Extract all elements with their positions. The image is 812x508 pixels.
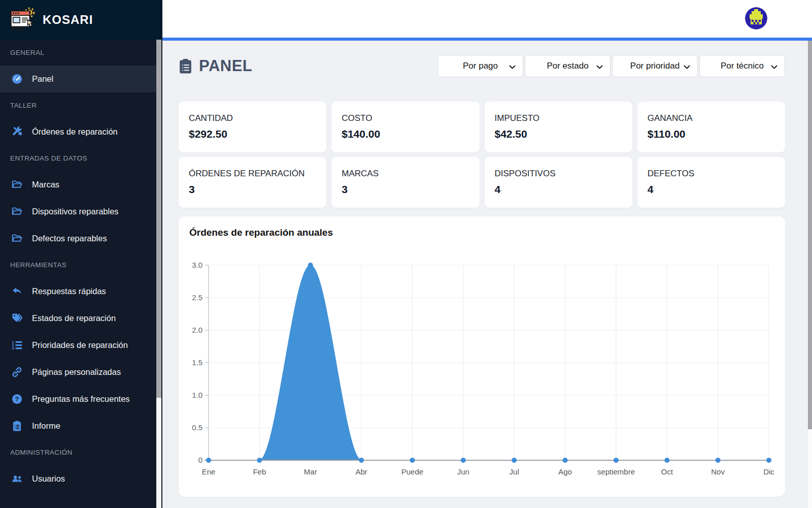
brand-link[interactable]: KOSARI bbox=[0, 0, 162, 40]
topbar bbox=[162, 0, 812, 38]
filter-select-por-estado[interactable]: Por estado bbox=[525, 55, 611, 77]
sidebar-item-panel[interactable]: Panel bbox=[0, 66, 156, 92]
sidebar-item-label: Dispositivos reparables bbox=[32, 207, 119, 216]
svg-text:Nov: Nov bbox=[711, 467, 725, 476]
content-header: PANEL Por pagoPor estadoPor prioridadPor… bbox=[179, 55, 785, 77]
main-scrollbar-thumb[interactable] bbox=[808, 41, 812, 429]
stat-label: DISPOSITIVOS bbox=[495, 169, 622, 179]
chart-card: Órdenes de reparación anuales 00.51.01.5… bbox=[179, 216, 785, 497]
chevron-down-icon bbox=[771, 65, 777, 69]
svg-text:2.5: 2.5 bbox=[192, 293, 202, 302]
stat-value: $140.00 bbox=[342, 128, 469, 140]
main-scrollbar-track[interactable] bbox=[808, 41, 812, 508]
sidebar-item-label: Marcas bbox=[32, 180, 59, 189]
folder-open-icon bbox=[10, 179, 23, 190]
sidebar-item-usuarios[interactable]: Usuarios bbox=[0, 465, 156, 492]
sidebar-item-label: Estados de reparación bbox=[32, 313, 116, 323]
sidebar-item-label: Páginas personalizadas bbox=[32, 367, 121, 377]
content: PANEL Por pagoPor estadoPor prioridadPor… bbox=[162, 41, 812, 508]
svg-text:Oct: Oct bbox=[661, 467, 673, 476]
stat-value: $292.50 bbox=[189, 128, 316, 140]
svg-text:Ene: Ene bbox=[202, 467, 216, 476]
sidebar-section-label: ENTRADAS DE DATOS bbox=[0, 145, 156, 171]
sidebar-item-label: Respuestas rápidas bbox=[32, 287, 106, 296]
chart-title: Órdenes de reparación anuales bbox=[189, 227, 774, 248]
stat-card-ordenes-de-reparacion: ÓRDENES DE REPARACIÓN3 bbox=[179, 157, 326, 208]
svg-text:Ago: Ago bbox=[558, 467, 572, 476]
stat-value: 3 bbox=[189, 183, 316, 196]
stat-card-marcas: MARCAS3 bbox=[331, 157, 479, 208]
stat-label: COSTO bbox=[342, 113, 469, 123]
stat-card-impuesto: IMPUESTO$42.50 bbox=[485, 102, 632, 152]
sidebar-item-informe[interactable]: Informe bbox=[0, 412, 156, 439]
chevron-down-icon bbox=[596, 65, 603, 69]
annual-orders-chart: 00.51.01.52.02.53.0EneFebMarAbrPuedeJunJ… bbox=[189, 248, 774, 482]
sidebar-scrollbar-track[interactable] bbox=[156, 40, 161, 508]
sidebar-item-marcas[interactable]: Marcas bbox=[0, 171, 156, 198]
svg-text:3: 3 bbox=[12, 346, 14, 351]
stat-value: $110.00 bbox=[648, 128, 775, 140]
stat-label: DEFECTOS bbox=[648, 169, 775, 179]
sidebar-item-defectos-reparables[interactable]: Defectos reparables bbox=[0, 225, 156, 252]
question-circle-icon: ? bbox=[10, 393, 23, 405]
svg-text:Puede: Puede bbox=[401, 467, 423, 476]
chevron-down-icon bbox=[684, 65, 690, 69]
svg-text:Dic: Dic bbox=[763, 467, 774, 476]
stat-card-ganancia: GANANCIA$110.00 bbox=[637, 102, 785, 152]
avatar[interactable] bbox=[745, 7, 767, 29]
stat-value: $42.50 bbox=[495, 128, 622, 140]
filter-label: Por prioridad bbox=[630, 61, 680, 71]
page-title: PANEL bbox=[179, 57, 252, 75]
app-root: KOSARI GENERALPanelTALLERÓrdenes de repa… bbox=[0, 0, 812, 508]
filter-select-por-pago[interactable]: Por pago bbox=[437, 55, 523, 77]
sidebar-item-label: Panel bbox=[32, 74, 53, 84]
sidebar-nav: GENERALPanelTALLERÓrdenes de reparaciónE… bbox=[0, 40, 156, 492]
brand-name: KOSARI bbox=[43, 13, 93, 27]
gauge-icon bbox=[10, 73, 23, 85]
stat-label: ÓRDENES DE REPARACIÓN bbox=[189, 169, 316, 179]
svg-text:Abr: Abr bbox=[355, 467, 367, 476]
stat-value: 4 bbox=[648, 183, 775, 196]
svg-text:Jun: Jun bbox=[457, 467, 469, 476]
stat-label: GANANCIA bbox=[648, 113, 775, 123]
sidebar-section-label: GENERAL bbox=[0, 40, 156, 66]
svg-text:Jul: Jul bbox=[510, 467, 519, 476]
svg-text:Mar: Mar bbox=[304, 467, 317, 476]
svg-text:septiembre: septiembre bbox=[597, 467, 635, 476]
sidebar-scrollbar-thumb[interactable] bbox=[156, 40, 161, 398]
stat-label: MARCAS bbox=[342, 169, 469, 179]
stat-label: CANTIDAD bbox=[189, 113, 316, 123]
svg-text:1.0: 1.0 bbox=[192, 391, 202, 399]
sidebar-item-estados-de-reparacion[interactable]: Estados de reparación bbox=[0, 305, 156, 332]
sidebar-section-label: HERRAMIENTAS bbox=[0, 252, 156, 278]
sidebar-section-label: ADMINISTRACIÓN bbox=[0, 439, 156, 465]
stat-label: IMPUESTO bbox=[495, 113, 622, 123]
sidebar-item-label: Defectos reparables bbox=[32, 234, 107, 243]
svg-text:?: ? bbox=[15, 395, 19, 403]
folder-open-icon bbox=[10, 206, 23, 217]
filter-label: Por técnico bbox=[721, 61, 764, 71]
svg-text:2.0: 2.0 bbox=[192, 326, 202, 334]
filter-select-por-prioridad[interactable]: Por prioridad bbox=[612, 55, 698, 77]
folder-open-icon bbox=[10, 233, 23, 244]
list-ol-icon: 123 bbox=[10, 339, 23, 351]
sidebar-item-prioridades-de-reparacion[interactable]: 123Prioridades de reparación bbox=[0, 332, 156, 359]
sidebar-item-label: Prioridades de reparación bbox=[32, 340, 128, 350]
stat-card-costo: COSTO$140.00 bbox=[331, 102, 479, 152]
sidebar-item-label: Órdenes de reparación bbox=[32, 127, 118, 137]
stat-card-cantidad: CANTIDAD$292.50 bbox=[179, 102, 326, 152]
sidebar-item-preguntas-mas-frecuentes[interactable]: ?Preguntas más frecuentes bbox=[0, 386, 156, 412]
sidebar-item-label: Usuarios bbox=[32, 474, 65, 484]
svg-text:0: 0 bbox=[198, 456, 202, 464]
sidebar-item-dispositivos-reparables[interactable]: Dispositivos reparables bbox=[0, 198, 156, 225]
clipboard-icon bbox=[179, 58, 192, 74]
sidebar-item-label: Preguntas más frecuentes bbox=[32, 394, 130, 404]
sidebar-item-label: Informe bbox=[32, 421, 60, 431]
stat-card-defectos: DEFECTOS4 bbox=[637, 157, 785, 208]
sidebar-item-respuestas-rapidas[interactable]: Respuestas rápidas bbox=[0, 278, 156, 305]
sidebar-item-ordenes-de-reparacion[interactable]: Órdenes de reparación bbox=[0, 118, 156, 145]
filter-label: Por pago bbox=[463, 61, 498, 71]
sidebar-item-paginas-personalizadas[interactable]: Páginas personalizadas bbox=[0, 359, 156, 386]
svg-text:0.5: 0.5 bbox=[192, 423, 202, 432]
filter-select-por-tecnico[interactable]: Por técnico bbox=[699, 55, 785, 77]
